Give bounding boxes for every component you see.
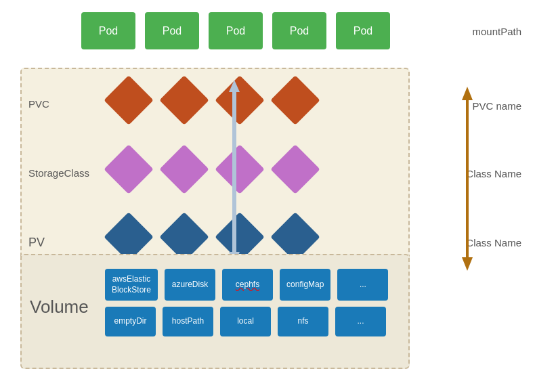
svg-marker-3	[462, 87, 473, 100]
pv-row	[108, 217, 316, 257]
svg-rect-4	[466, 99, 469, 259]
pod-box-5: Pod	[336, 12, 390, 49]
sc-row	[108, 149, 316, 190]
pvc-diamond-2	[164, 80, 205, 121]
diagram-container: Pod Pod Pod Pod Pod mountPath PVC PVC na…	[0, 0, 535, 392]
volume-label: Volume	[30, 297, 89, 318]
pv-diamond-4	[275, 217, 316, 257]
volume-box-local: local	[220, 307, 271, 336]
volume-box-azuredisk: azureDisk	[165, 269, 215, 301]
sc-row-label: StorageClass	[28, 167, 89, 179]
pod-box-3: Pod	[209, 12, 263, 49]
pod-box-1: Pod	[81, 12, 135, 49]
volume-box-nfs: nfs	[278, 307, 328, 336]
volume-box-dots2: ...	[335, 307, 386, 336]
volume-box-configmap: configMap	[280, 269, 330, 301]
volume-row-2: emptyDir hostPath local nfs ...	[105, 307, 386, 336]
svg-rect-1	[232, 91, 236, 253]
volume-row-1: awsElasticBlockStore azureDisk cephfs co…	[105, 269, 388, 301]
pvc-diamond-1	[108, 80, 149, 121]
sc-diamond-2	[164, 149, 205, 190]
pv-diamond-1	[108, 217, 149, 257]
svg-marker-0	[229, 80, 240, 92]
vertical-gray-arrow	[222, 80, 247, 264]
mountpath-label: mountPath	[472, 26, 521, 37]
pod-box-4: Pod	[272, 12, 326, 49]
sc-diamond-4	[275, 149, 316, 190]
vertical-orange-arrow	[459, 87, 475, 271]
svg-marker-5	[462, 257, 473, 271]
volume-box-awselastic: awsElasticBlockStore	[105, 269, 158, 301]
pods-row: Pod Pod Pod Pod Pod	[81, 12, 390, 49]
pv-row-label: PV	[28, 236, 45, 250]
pod-box-2: Pod	[145, 12, 199, 49]
volume-box-hostpath: hostPath	[163, 307, 213, 336]
pvc-row	[108, 80, 316, 121]
sc-diamond-1	[108, 149, 149, 190]
volume-box-emptydir: emptyDir	[105, 307, 156, 336]
volume-box-dots1: ...	[337, 269, 388, 301]
pvc-diamond-4	[275, 80, 316, 121]
pvc-row-label: PVC	[28, 98, 49, 110]
volume-box-cephfs: cephfs	[222, 269, 273, 301]
pv-diamond-2	[164, 217, 205, 257]
pvc-name-label: PVC name	[472, 100, 521, 112]
